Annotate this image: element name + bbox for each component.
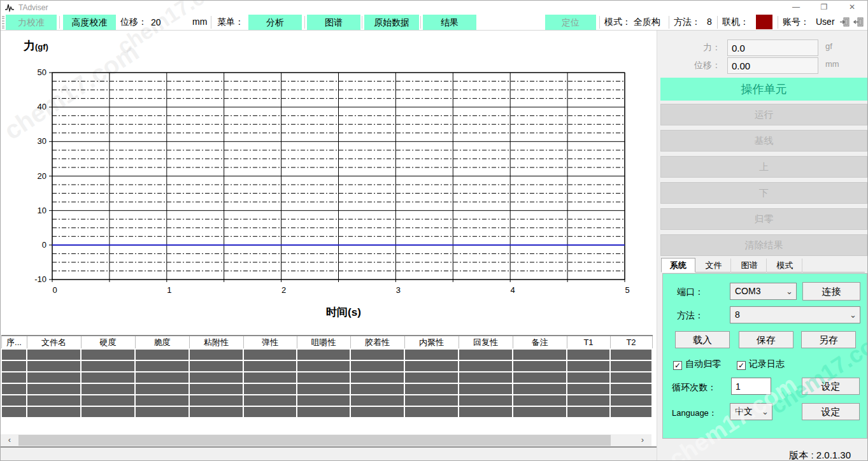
analysis-button[interactable]: 分析 [248, 15, 302, 30]
tab-system[interactable]: 系统 [661, 258, 695, 273]
set-language-button[interactable]: 设定 [802, 403, 860, 420]
chevron-down-icon: ⌄ [762, 404, 769, 420]
table-cell [243, 406, 297, 418]
svg-text:3: 3 [396, 285, 401, 295]
column-header[interactable]: 备注 [513, 336, 567, 349]
table-header-row: 序...文件名硬度脆度粘附性弹性咀嚼性胶着性内聚性回复性备注T1T2 [1, 336, 652, 349]
table-cell [1, 360, 27, 372]
table-row[interactable] [1, 406, 652, 418]
table-cell [135, 395, 189, 406]
log-label: 记录日志 [749, 358, 785, 369]
user-logout-icon[interactable] [853, 17, 864, 27]
user-login-icon[interactable] [839, 17, 850, 27]
load-button[interactable]: 载入 [675, 331, 730, 348]
table-cell [135, 406, 189, 418]
table-cell [297, 360, 350, 372]
scroll-right-button[interactable]: › [634, 434, 651, 446]
table-cell [243, 360, 297, 372]
column-header[interactable]: 咀嚼性 [297, 336, 350, 349]
column-header[interactable]: 序... [1, 336, 27, 349]
table-cell [297, 395, 350, 406]
save-button[interactable]: 保存 [739, 331, 793, 348]
log-checkbox[interactable]: ✓记录日志 [737, 358, 785, 370]
table-cell [513, 395, 567, 406]
table-horizontal-scrollbar[interactable]: ‹ › [1, 434, 651, 446]
column-header[interactable]: 内聚性 [404, 336, 459, 349]
maximize-button[interactable]: ❐ [811, 1, 837, 14]
tab-graph[interactable]: 图谱 [732, 259, 767, 273]
column-header[interactable]: 硬度 [81, 336, 135, 349]
table-cell [189, 360, 243, 372]
save-as-button[interactable]: 另存 [801, 331, 856, 348]
column-header[interactable]: 弹性 [243, 336, 297, 349]
method-select-value: 8 [735, 309, 740, 320]
table-row[interactable] [1, 372, 652, 383]
scroll-left-button[interactable]: ‹ [1, 434, 18, 446]
raw-data-button[interactable]: 原始数据 [364, 15, 419, 30]
close-button[interactable]: ✕ [839, 1, 865, 14]
auto-zero-checkbox[interactable]: ✓自动归零 [673, 358, 721, 370]
baseline-button[interactable]: 基线 [660, 130, 867, 152]
table-cell [404, 349, 459, 360]
table-cell [1, 383, 27, 395]
table-cell [243, 372, 297, 383]
zero-button[interactable]: 归零 [660, 208, 867, 230]
method-select[interactable]: 8 ⌄ [730, 306, 860, 323]
displacement-label: 位移： [120, 17, 147, 28]
table-cell [297, 406, 350, 418]
column-header[interactable]: T2 [610, 336, 652, 349]
graph-button[interactable]: 图谱 [307, 15, 360, 30]
table-cell [404, 406, 459, 418]
table-cell [610, 383, 652, 395]
positioning-button[interactable]: 定位 [545, 15, 596, 30]
scroll-left-icon: ‹ [8, 435, 11, 444]
account-value: User [816, 17, 835, 27]
tab-file[interactable]: 文件 [697, 259, 731, 273]
up-button[interactable]: 上 [660, 156, 867, 178]
tab-mode[interactable]: 模式 [768, 259, 802, 273]
set-cycle-button[interactable]: 设定 [802, 378, 860, 395]
chart-canvas: 力(gf) -1001020304050012345时间(s) [1, 31, 657, 335]
cycle-count-input[interactable] [731, 378, 771, 395]
force-calibration-button[interactable]: 力校准 [6, 15, 57, 30]
port-select[interactable]: COM3 ⌄ [730, 283, 797, 300]
language-select[interactable]: 中文 ⌄ [730, 403, 772, 420]
table-cell [610, 395, 652, 406]
table-cell [1, 395, 27, 406]
table-cell [27, 372, 81, 383]
operate-unit-button[interactable]: 操作单元 [660, 78, 867, 101]
force-readout-field[interactable] [727, 39, 818, 56]
table-row[interactable] [1, 349, 652, 360]
table-cell [404, 383, 459, 395]
checkbox-icon: ✓ [737, 361, 746, 370]
table-row[interactable] [1, 395, 652, 406]
column-header[interactable]: 回复性 [459, 336, 513, 349]
svg-text:5: 5 [625, 285, 629, 295]
toolbar-grip[interactable] [2, 16, 4, 29]
column-header[interactable]: T1 [567, 336, 610, 349]
down-button[interactable]: 下 [660, 182, 867, 204]
run-button[interactable]: 运行 [660, 104, 867, 125]
displacement-input[interactable] [147, 15, 184, 29]
displacement-readout-field[interactable] [727, 57, 818, 74]
minimize-button[interactable]: — [783, 1, 809, 14]
connect-button[interactable]: 连接 [802, 282, 860, 301]
table-cell [567, 372, 610, 383]
language-label: Language： [672, 408, 717, 419]
column-header[interactable]: 粘附性 [189, 336, 243, 349]
result-button[interactable]: 结果 [423, 15, 476, 30]
table-cell [567, 395, 610, 406]
table-cell [189, 395, 243, 406]
column-header[interactable]: 文件名 [27, 336, 81, 349]
port-label: 端口： [677, 287, 704, 298]
table-cell [610, 406, 652, 418]
clear-results-button[interactable]: 清除结果 [660, 234, 867, 256]
table-cell [189, 349, 243, 360]
table-row[interactable] [1, 383, 652, 395]
table-row[interactable] [1, 360, 652, 372]
column-header[interactable]: 胶着性 [350, 336, 404, 349]
height-calibration-button[interactable]: 高度校准 [63, 15, 116, 30]
scrollbar-thumb[interactable] [18, 435, 611, 446]
column-header[interactable]: 脆度 [135, 336, 189, 349]
table-cell [135, 349, 189, 360]
